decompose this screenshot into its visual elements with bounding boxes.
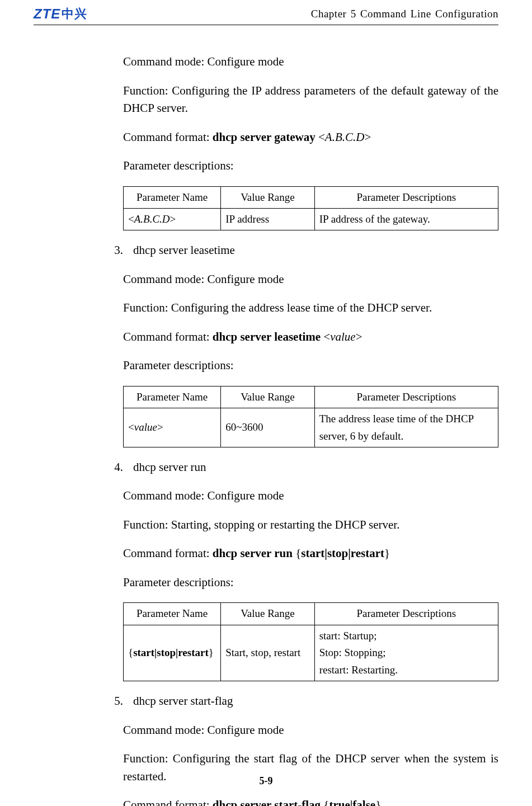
command-format-line: Command format: dhcp server gateway <A.B… <box>123 129 498 147</box>
cell-value-range: Start, stop, restart <box>221 625 315 681</box>
function-line: Function: Configuring the address lease … <box>123 299 498 317</box>
list-number: 5. <box>101 692 133 710</box>
th-value-range: Value Range <box>221 603 315 625</box>
table-header-row: Parameter Name Value Range Parameter Des… <box>124 603 498 625</box>
parameter-table: Parameter Name Value Range Parameter Des… <box>123 386 498 447</box>
list-number: 3. <box>101 242 133 260</box>
list-title: dhcp server leasetime <box>133 242 498 260</box>
document-page: ZTE 中兴 Chapter 5 Command Line Configurat… <box>0 0 532 806</box>
param-desc-label: Parameter descriptions: <box>123 157 498 175</box>
page-footer: 5-9 <box>0 775 532 787</box>
logo-text-en: ZTE <box>34 6 60 22</box>
list-item: 4. dhcp server run <box>101 459 498 477</box>
command-format-line: Command format: dhcp server leasetime <v… <box>123 328 498 346</box>
th-param-name: Parameter Name <box>124 603 221 625</box>
th-value-range: Value Range <box>221 186 315 208</box>
cell-param-desc: IP address of the gateway. <box>314 208 498 230</box>
page-header: ZTE 中兴 Chapter 5 Command Line Configurat… <box>34 6 498 25</box>
th-param-desc: Parameter Descriptions <box>314 186 498 208</box>
list-item: 3. dhcp server leasetime <box>101 242 498 260</box>
parameter-table: Parameter Name Value Range Parameter Des… <box>123 602 498 681</box>
cell-param-desc: The address lease time of the DHCP serve… <box>314 408 498 447</box>
command-mode-line: Command mode: Configure mode <box>123 722 498 739</box>
param-desc-label: Parameter descriptions: <box>123 574 498 592</box>
th-param-desc: Parameter Descriptions <box>314 603 498 625</box>
list-title: dhcp server start-flag <box>133 692 498 710</box>
command-mode-line: Command mode: Configure mode <box>123 53 498 71</box>
logo-text-cn: 中兴 <box>62 6 87 22</box>
command-format-line: Command format: dhcp server run {start|s… <box>123 545 498 563</box>
table-header-row: Parameter Name Value Range Parameter Des… <box>124 186 498 208</box>
table-row: <value> 60~3600 The address lease time o… <box>124 408 498 447</box>
cell-param-name: {start|stop|restart} <box>124 625 221 681</box>
function-line: Function: Starting, stopping or restarti… <box>123 516 498 534</box>
function-line: Function: Configuring the IP address par… <box>123 82 498 117</box>
th-param-name: Parameter Name <box>124 186 221 208</box>
content-body: Command mode: Configure mode Function: C… <box>123 53 498 806</box>
list-item: 5. dhcp server start-flag <box>101 692 498 710</box>
parameter-table: Parameter Name Value Range Parameter Des… <box>123 186 498 231</box>
list-title: dhcp server run <box>133 459 498 477</box>
cell-param-name: <value> <box>124 408 221 447</box>
th-param-desc: Parameter Descriptions <box>314 386 498 408</box>
command-mode-line: Command mode: Configure mode <box>123 271 498 289</box>
cell-param-desc: start: Startup; Stop: Stopping; restart:… <box>314 625 498 681</box>
page-number: 5-9 <box>260 775 273 786</box>
chapter-title: Chapter 5 Command Line Configuration <box>311 8 498 20</box>
cell-value-range: IP address <box>221 208 315 230</box>
cell-value-range: 60~3600 <box>221 408 315 447</box>
command-format-line: Command format: dhcp server start-flag {… <box>123 796 498 806</box>
table-header-row: Parameter Name Value Range Parameter Des… <box>124 386 498 408</box>
th-value-range: Value Range <box>221 386 315 408</box>
command-mode-line: Command mode: Configure mode <box>123 487 498 505</box>
table-row: {start|stop|restart} Start, stop, restar… <box>124 625 498 681</box>
list-number: 4. <box>101 459 133 477</box>
logo: ZTE 中兴 <box>34 6 87 22</box>
param-desc-label: Parameter descriptions: <box>123 357 498 375</box>
cell-param-name: <A.B.C.D> <box>124 208 221 230</box>
th-param-name: Parameter Name <box>124 386 221 408</box>
table-row: <A.B.C.D> IP address IP address of the g… <box>124 208 498 230</box>
